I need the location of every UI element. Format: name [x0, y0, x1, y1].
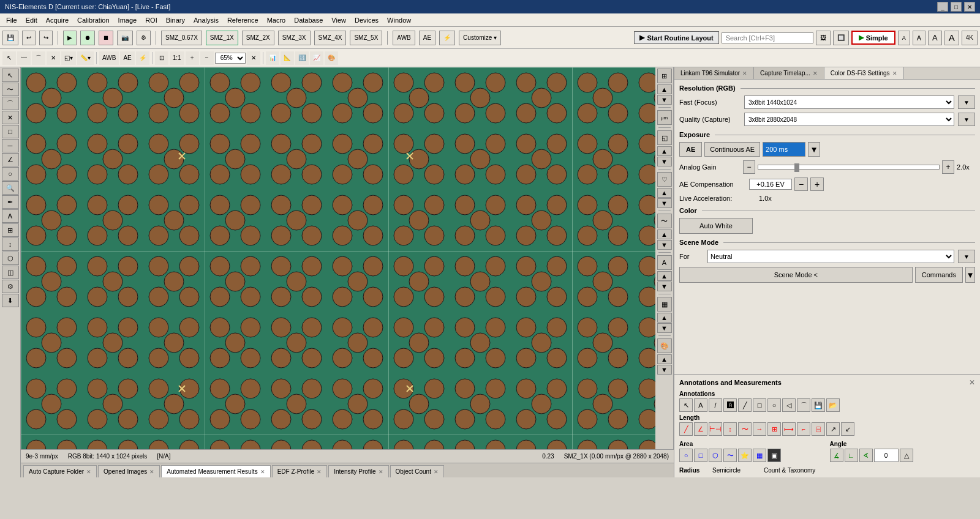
menu-calibration[interactable]: Calibration — [74, 15, 113, 25]
tab-object-count[interactable]: Object Count ✕ — [390, 465, 444, 477]
len-straight-tool[interactable]: ╱ — [679, 422, 693, 436]
vt-btn-1[interactable]: ⊞ — [657, 69, 672, 83]
tab-intensity-profile[interactable]: Intensity Profile ✕ — [328, 465, 388, 477]
tb2-hdr-button[interactable]: ⚡ — [136, 51, 149, 65]
histogram-btn[interactable]: 📈 — [310, 51, 323, 65]
tab-close-icon[interactable]: ✕ — [379, 469, 383, 475]
angle-input[interactable] — [874, 449, 899, 462]
menu-macro[interactable]: Macro — [263, 15, 290, 25]
menu-window[interactable]: Window — [383, 15, 415, 25]
angle-tool2[interactable]: ∟ — [845, 449, 858, 462]
icon-btn-2[interactable]: 🔲 — [833, 31, 849, 45]
font-xlarge-button[interactable]: A — [944, 31, 959, 45]
snapshot-button[interactable]: 📷 — [117, 31, 133, 45]
fast-focus-select[interactable]: 3x8bit 1440x1024 3x8bit 720x512 — [744, 95, 954, 109]
menu-acquire[interactable]: Acquire — [42, 15, 72, 25]
ann-ellipse-tool[interactable]: ○ — [767, 398, 781, 412]
len-freehand-tool[interactable]: 〜 — [738, 422, 752, 436]
vt-btn-heart-up[interactable]: ▲ — [657, 188, 672, 198]
left-tool-text[interactable]: A — [2, 209, 19, 223]
menu-binary[interactable]: Binary — [162, 15, 189, 25]
vt-btn-up[interactable]: ▲ — [657, 84, 672, 94]
gain-minus-btn[interactable]: − — [743, 160, 755, 174]
len-import-tool[interactable]: ↙ — [841, 422, 854, 436]
tab-edf-profile[interactable]: EDF Z-Profile ✕ — [272, 465, 328, 477]
tb2-ae-button[interactable]: AE — [120, 51, 134, 65]
tab-opened-images[interactable]: Opened Images ✕ — [98, 465, 160, 477]
zoom-in-button[interactable]: + — [186, 51, 199, 65]
zoom-close-button[interactable]: ✕ — [247, 51, 260, 65]
vt-btn-a-up[interactable]: ▲ — [657, 271, 672, 281]
count-btn[interactable]: 🔢 — [295, 51, 309, 65]
titlebar-controls[interactable]: _ □ ✕ — [937, 2, 975, 12]
vt-btn-a-dn[interactable]: ▼ — [657, 282, 672, 291]
smz-4x-button[interactable]: SMZ_4X — [314, 31, 347, 45]
smz-067x-button[interactable]: SMZ_0.67X — [161, 31, 202, 45]
scene-select-dropdown[interactable]: ▼ — [958, 250, 975, 263]
vt-btn-wave-dn[interactable]: ▼ — [657, 240, 672, 250]
panel-tab-linkam-close[interactable]: ✕ — [742, 70, 747, 77]
font-large-button[interactable]: A — [928, 31, 942, 45]
ae-comp-minus[interactable]: − — [794, 177, 808, 191]
minimize-button[interactable]: _ — [937, 2, 948, 12]
area-magic-tool[interactable]: ⭐ — [738, 449, 752, 462]
auto-white-button[interactable]: Auto White — [679, 218, 753, 234]
menu-reference[interactable]: Reference — [224, 15, 262, 25]
overlay-btn[interactable]: 🎨 — [325, 51, 338, 65]
len-multi-tool[interactable]: ⌸ — [812, 422, 825, 436]
menu-view[interactable]: View — [328, 15, 350, 25]
left-tool-roi[interactable]: □ — [2, 125, 19, 138]
len-vert-tool[interactable]: ↕ — [723, 422, 737, 436]
len-parallel-tool[interactable]: ⟼ — [782, 422, 796, 436]
left-tool-settings[interactable]: ⚙ — [2, 280, 19, 293]
ann-rect-tool[interactable]: □ — [753, 398, 766, 412]
ae-comp-plus[interactable]: + — [810, 177, 824, 191]
left-tool-grid[interactable]: ⊞ — [2, 223, 19, 237]
vt-btn-flt-dn[interactable]: ▼ — [657, 323, 672, 333]
undo-button[interactable]: ↩ — [22, 31, 36, 45]
gain-track[interactable] — [758, 165, 940, 170]
eraser-tool[interactable]: ✕ — [47, 51, 60, 65]
tb2-awb-button[interactable]: AWB — [99, 51, 119, 65]
ann-save-tool[interactable]: 💾 — [812, 398, 825, 412]
measure-tool[interactable]: 📏▾ — [77, 51, 94, 65]
stop-button[interactable]: ⏹ — [99, 31, 113, 45]
vt-btn-roi-dn[interactable]: ▼ — [657, 157, 672, 166]
area-thresh-tool[interactable]: ▦ — [753, 449, 766, 462]
live-button[interactable]: ▶ — [63, 31, 77, 45]
left-tool-cross[interactable]: ✕ — [2, 111, 19, 124]
area-freehand-tool[interactable]: 〜 — [723, 449, 737, 462]
arrow-tool[interactable]: ↖ — [2, 51, 16, 65]
redo-button[interactable]: ↪ — [39, 31, 53, 45]
ann-line-tool[interactable]: ╱ — [738, 398, 752, 412]
font-small-button[interactable]: A — [898, 31, 910, 45]
left-tool-freehand[interactable]: 〜 — [2, 83, 19, 96]
simple-button[interactable]: ▶ Simple — [851, 31, 895, 45]
smz-5x-button[interactable]: SMZ_5X — [350, 31, 382, 45]
quality-dropdown-btn[interactable]: ▼ — [958, 113, 975, 126]
ann-text-tool[interactable]: A — [694, 398, 707, 412]
left-tool-select[interactable]: ↕ — [2, 237, 19, 251]
angle-tool3[interactable]: ∢ — [859, 449, 873, 462]
vt-btn-down[interactable]: ▼ — [657, 95, 672, 105]
left-tool-angle[interactable]: ∠ — [2, 153, 19, 166]
len-arrow-tool[interactable]: → — [753, 422, 766, 436]
close-button[interactable]: ✕ — [964, 2, 975, 12]
vt-btn-disp-dn[interactable]: ▼ — [657, 365, 672, 375]
icon-btn-1[interactable]: 🖼 — [816, 31, 831, 45]
vt-btn-disp-up[interactable]: ▲ — [657, 354, 672, 364]
ann-text2-tool[interactable]: 🅰 — [723, 398, 737, 412]
scene-select[interactable]: Neutral Brightfield Fluorescence — [707, 250, 954, 263]
exposure-value-input[interactable] — [763, 142, 805, 157]
hdr-button[interactable]: ⚡ — [439, 31, 455, 45]
panel-tab-capture-close[interactable]: ✕ — [813, 70, 818, 77]
area-rect-tool[interactable]: □ — [694, 449, 707, 462]
vt-btn-wave-up[interactable]: ▲ — [657, 230, 672, 239]
menu-database[interactable]: Database — [290, 15, 326, 25]
len-grid-tool[interactable]: ⊞ — [767, 422, 781, 436]
microscope-image[interactable] — [21, 67, 655, 449]
panel-tab-linkam[interactable]: Linkam T96 Simulator ✕ — [674, 67, 754, 79]
tab-auto-capture[interactable]: Auto Capture Folder ✕ — [23, 465, 97, 477]
ann-select-tool[interactable]: ↖ — [679, 398, 693, 412]
left-tool-pen[interactable]: ✒ — [2, 195, 19, 209]
